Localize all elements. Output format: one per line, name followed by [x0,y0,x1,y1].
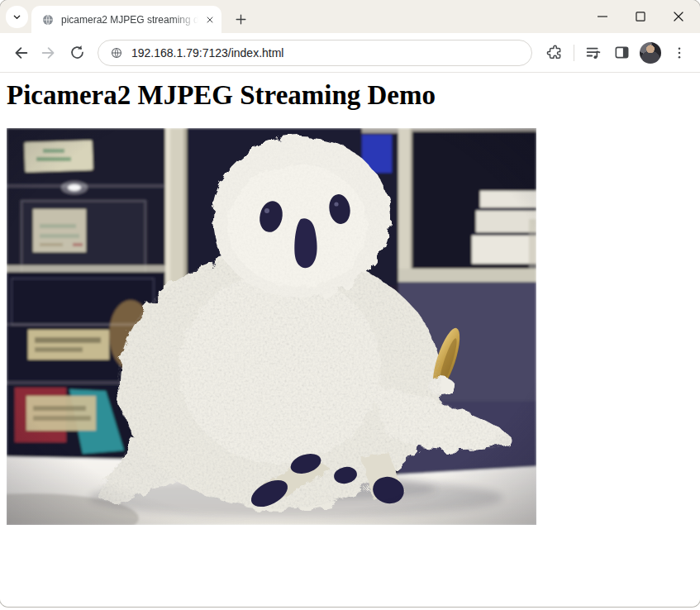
close-icon [205,15,215,25]
tab-search-button[interactable] [6,6,28,28]
tab-close-button[interactable] [202,12,217,26]
plus-icon [234,12,248,26]
site-globe-icon [110,46,123,60]
playlist-music-icon [584,44,602,62]
close-icon [669,7,688,26]
arrow-right-icon [40,44,58,62]
page-title: Picamera2 MJPEG Streaming Demo [7,80,693,112]
browser-tab[interactable]: picamera2 MJPEG streaming de [31,6,221,33]
web-page: Picamera2 MJPEG Streaming Demo [0,80,700,607]
puzzle-icon [546,44,564,61]
extensions-button[interactable] [540,39,569,67]
side-panel-icon [613,44,631,61]
arrow-left-icon [12,44,30,62]
side-panel-button[interactable] [607,39,636,67]
chevron-down-icon [11,11,23,23]
new-tab-button[interactable] [230,8,252,31]
window-controls [583,0,698,33]
owl-camera-frame [7,128,536,525]
browser-menu-button[interactable] [665,39,693,67]
profile-avatar[interactable] [640,42,661,64]
kebab-menu-icon [672,45,687,60]
back-button[interactable] [7,39,35,67]
mjpeg-stream-image [7,128,536,525]
url-text[interactable]: 192.168.1.79:7123/index.html [131,46,283,60]
forward-button[interactable] [35,39,63,67]
address-bar[interactable]: 192.168.1.79:7123/index.html [98,40,532,66]
minimize-icon [593,7,612,26]
browser-toolbar: 192.168.1.79:7123/index.html [0,33,700,73]
maximize-icon [631,7,650,26]
reload-icon [69,44,86,61]
close-window-button[interactable] [660,0,698,33]
titlebar: picamera2 MJPEG streaming de [0,0,700,33]
reload-button[interactable] [63,39,91,67]
toolbar-divider [574,45,574,61]
minimize-button[interactable] [583,0,621,33]
globe-favicon-icon [41,13,55,26]
media-controls-button[interactable] [579,39,607,67]
tab-title: picamera2 MJPEG streaming de [61,14,202,26]
maximize-button[interactable] [621,0,660,33]
browser-window: picamera2 MJPEG streaming de [0,0,700,607]
